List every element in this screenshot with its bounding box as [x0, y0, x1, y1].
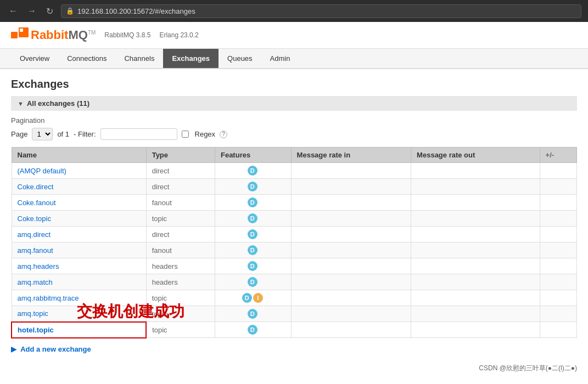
plus-minus-col: [540, 211, 576, 227]
add-arrow: ▶: [11, 345, 16, 353]
table-row[interactable]: hotel.topictopicD: [12, 322, 577, 338]
table-row[interactable]: amq.topictopicD: [12, 306, 577, 322]
add-exchange-label: Add a new exchange: [20, 345, 91, 353]
exchange-name-link[interactable]: amq.topic: [18, 309, 48, 318]
of-label: of 1: [57, 130, 69, 138]
table-row[interactable]: Coke.topictopicD: [12, 211, 577, 227]
msg-rate-in: [291, 163, 411, 179]
col-plus-minus[interactable]: +/-: [540, 148, 576, 163]
col-msg-out[interactable]: Message rate out: [411, 148, 540, 163]
msg-rate-out: [411, 227, 540, 242]
exchange-name-link[interactable]: amq.fanout: [18, 246, 53, 255]
col-name[interactable]: Name: [12, 148, 146, 163]
plus-minus-col: [540, 195, 576, 211]
logo-rabbit: RabbitMQTM: [31, 28, 96, 42]
plus-minus-col: [540, 163, 576, 179]
msg-rate-in: [291, 322, 411, 338]
feature-badge-d: D: [248, 309, 257, 319]
tab-connections[interactable]: Connections: [58, 49, 115, 68]
regex-checkbox[interactable]: [182, 131, 189, 138]
all-exchanges-section[interactable]: ▼ All exchanges (11): [11, 96, 577, 111]
plus-minus-col: [540, 227, 576, 242]
plus-minus-col: [540, 274, 576, 290]
address-text: 192.168.100.200:15672/#/exchanges: [77, 7, 195, 15]
feature-badge-d: D: [248, 325, 257, 335]
help-icon[interactable]: ?: [220, 131, 227, 138]
page-select[interactable]: 1: [32, 128, 53, 140]
table-row[interactable]: amq.rabbitmq.tracetopicDI: [12, 290, 577, 306]
tab-exchanges[interactable]: Exchanges: [163, 49, 219, 68]
filter-input[interactable]: [100, 128, 177, 140]
address-bar[interactable]: 🔒 192.168.100.200:15672/#/exchanges: [61, 4, 581, 18]
tab-admin[interactable]: Admin: [261, 49, 299, 68]
table-container: Name Type Features Message rate in Messa…: [11, 147, 577, 338]
exchange-name-link[interactable]: Coke.topic: [18, 214, 51, 223]
pagination-controls: Page 1 of 1 - Filter: Regex ?: [11, 128, 577, 140]
feature-badge-d: D: [248, 197, 257, 207]
exchange-features: D: [215, 258, 291, 274]
col-features[interactable]: Features: [215, 148, 291, 163]
msg-rate-out: [411, 179, 540, 195]
refresh-button[interactable]: ↻: [44, 5, 55, 18]
feature-badge-d: D: [248, 261, 257, 271]
exchange-type: topic: [146, 306, 215, 322]
svg-rect-2: [20, 29, 23, 32]
exchange-features: D: [215, 306, 291, 322]
msg-rate-in: [291, 195, 411, 211]
msg-rate-out: [411, 242, 540, 258]
feature-badge-d: D: [248, 277, 257, 287]
plus-minus-col: [540, 306, 576, 322]
tab-overview[interactable]: Overview: [11, 49, 58, 68]
exchange-name-link[interactable]: Coke.direct: [18, 183, 54, 191]
lock-icon: 🔒: [66, 7, 74, 15]
exchange-type: direct: [146, 227, 215, 242]
msg-rate-out: [411, 211, 540, 227]
add-section: ▶ Add a new exchange: [11, 345, 577, 353]
col-type[interactable]: Type: [146, 148, 215, 163]
exchange-name-link[interactable]: Coke.fanout: [18, 199, 56, 207]
forward-button[interactable]: →: [25, 5, 38, 17]
table-row[interactable]: amq.fanoutfanoutD: [12, 242, 577, 258]
rmq-header: RabbitMQTM RabbitMQ 3.8.5 Erlang 23.0.2: [0, 22, 588, 49]
msg-rate-out: [411, 195, 540, 211]
plus-minus-col: [540, 322, 576, 338]
main-content: Exchanges ▼ All exchanges (11) Paginatio…: [0, 69, 588, 362]
exchange-name-link[interactable]: hotel.topic: [18, 326, 54, 334]
table-row[interactable]: (AMQP default)directD: [12, 163, 577, 179]
table-row[interactable]: Coke.fanoutfanoutD: [12, 195, 577, 211]
msg-rate-out: [411, 274, 540, 290]
exchange-features: D: [215, 242, 291, 258]
msg-rate-in: [291, 290, 411, 306]
exchange-name-link[interactable]: amq.rabbitmq.trace: [18, 294, 79, 302]
erlang-version: Erlang 23.0.2: [159, 31, 198, 39]
exchange-type: direct: [146, 179, 215, 195]
tab-queues[interactable]: Queues: [219, 49, 261, 68]
add-exchange-link[interactable]: ▶ Add a new exchange: [11, 345, 91, 353]
nav-bar: Overview Connections Channels Exchanges …: [0, 49, 588, 69]
exchange-name-link[interactable]: amq.match: [18, 278, 53, 286]
msg-rate-in: [291, 227, 411, 242]
table-row[interactable]: amq.headersheadersD: [12, 258, 577, 274]
col-msg-in[interactable]: Message rate in: [291, 148, 411, 163]
table-row[interactable]: amq.directdirectD: [12, 227, 577, 242]
feature-badge-d: D: [248, 182, 257, 191]
exchange-type: topic: [146, 322, 215, 338]
exchange-features: D: [215, 211, 291, 227]
tab-channels[interactable]: Channels: [115, 49, 163, 68]
rmq-version: RabbitMQ 3.8.5: [104, 31, 150, 39]
exchange-features: D: [215, 322, 291, 338]
exchange-type: topic: [146, 290, 215, 306]
exchange-name-link[interactable]: amq.direct: [18, 230, 51, 239]
plus-minus-col: [540, 290, 576, 306]
exchange-name-link[interactable]: amq.headers: [18, 262, 59, 270]
page-label: Page: [11, 130, 27, 138]
exchange-name-link[interactable]: (AMQP default): [18, 167, 66, 175]
regex-label: Regex: [195, 130, 216, 138]
pagination-label: Pagination: [11, 116, 577, 125]
table-row[interactable]: Coke.directdirectD: [12, 179, 577, 195]
back-button[interactable]: ←: [7, 5, 20, 17]
filter-label: - Filter:: [74, 130, 96, 138]
msg-rate-out: [411, 163, 540, 179]
msg-rate-in: [291, 211, 411, 227]
table-row[interactable]: amq.matchheadersD: [12, 274, 577, 290]
